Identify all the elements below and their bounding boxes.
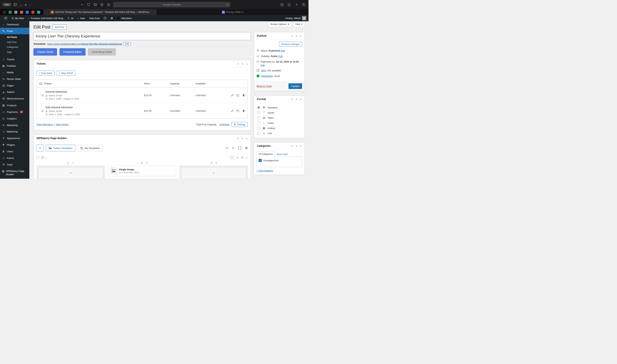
classic-mode-button[interactable]: Classic Mode — [33, 48, 57, 56]
undo-icon[interactable]: ↺ — [225, 146, 228, 150]
new-content-menu[interactable]: +New — [76, 15, 87, 21]
sidebar-item-tools[interactable]: ⚒Tools — [0, 161, 29, 168]
drag-handle-icon[interactable] — [39, 94, 46, 96]
move-down-icon[interactable]: ∨ — [242, 137, 244, 140]
category-item-uncategorized[interactable]: ✓ Uncategorized — [259, 159, 300, 162]
column-delete-icon[interactable]: ✕ — [72, 162, 74, 164]
move-down-icon[interactable]: ∨ — [296, 98, 298, 101]
edit-ticket-icon[interactable] — [231, 110, 234, 112]
total-capacity-value[interactable]: Unlimited — [219, 123, 229, 126]
checkbox-checked-icon[interactable]: ✓ — [259, 159, 262, 162]
delete-ticket-icon[interactable] — [242, 110, 245, 112]
delete-ticket-icon[interactable] — [242, 94, 245, 97]
window-controls[interactable] — [2, 3, 11, 6]
add-element-placeholder[interactable]: + — [38, 167, 103, 179]
row-toggle-icon[interactable]: ▾ — [230, 156, 234, 159]
wp-logo[interactable]: W — [2, 15, 9, 21]
radio[interactable] — [257, 127, 260, 130]
sidebar-item-appearance[interactable]: ✦Appearance — [0, 135, 29, 142]
shield-extension-icon[interactable] — [87, 2, 91, 7]
column-edit-icon[interactable] — [141, 162, 143, 164]
radio[interactable] — [257, 121, 260, 124]
add-element-placeholder[interactable]: + — [181, 167, 246, 179]
sidebar-item-users[interactable]: ♟Users — [0, 148, 29, 155]
sidebar-item-future[interactable]: ◇Future — [0, 155, 29, 161]
format-option-video[interactable]: Video — [257, 115, 302, 120]
background-tab[interactable]: G Pricing | Glitter AI — [222, 11, 243, 14]
radio-selected[interactable] — [257, 106, 260, 109]
format-option-audio[interactable]: ♪ Audio — [257, 120, 302, 126]
back-button[interactable]: ‹ — [25, 2, 26, 7]
move-down-icon[interactable]: ∨ — [296, 144, 298, 147]
gutenberg-editor-button[interactable]: Gutenberg Editor — [88, 48, 116, 56]
fullscreen-icon[interactable] — [238, 147, 241, 150]
pinned-tab-5[interactable] — [26, 11, 29, 14]
drag-handle-icon[interactable] — [39, 110, 46, 112]
preview-changes-button[interactable]: Preview Changes — [279, 42, 302, 47]
radio[interactable] — [257, 116, 260, 119]
format-option-gallery[interactable]: ▦ Gallery — [257, 126, 302, 131]
row-delete-icon[interactable]: ✕ — [246, 156, 248, 159]
new-rsvp-button[interactable]: +New RSVP — [57, 71, 76, 76]
sidebar-item-marketing[interactable]: ➤Marketing — [0, 122, 29, 129]
move-to-trash-link[interactable]: Move to Trash — [257, 85, 272, 88]
gear-icon[interactable]: ⚙ — [245, 146, 248, 150]
sidebar-item-salient[interactable]: ▲Salient — [0, 89, 29, 95]
move-up-icon[interactable]: ∧ — [291, 144, 293, 147]
permalink-edit-button[interactable]: Edit — [123, 42, 131, 46]
updates-menu[interactable]: ↻16 — [66, 15, 75, 21]
submenu-all-posts[interactable]: All Posts — [0, 35, 29, 40]
view-attendees-link[interactable]: View Attendees — [37, 123, 53, 126]
column-edit-icon[interactable] — [210, 162, 213, 164]
radio[interactable] — [257, 132, 260, 135]
move-up-icon[interactable]: ∧ — [237, 137, 239, 140]
forward-button[interactable]: › — [29, 2, 31, 7]
column-delete-icon[interactable]: ✕ — [215, 162, 217, 164]
duplicate-ticket-icon[interactable] — [236, 110, 239, 112]
add-element-button[interactable]: + — [37, 144, 43, 152]
move-down-icon[interactable]: ∨ — [242, 62, 244, 65]
format-option-quote[interactable]: “ Quote — [257, 110, 302, 115]
sidebar-toggle-icon[interactable] — [13, 3, 17, 6]
pinned-tab-3[interactable] — [14, 11, 17, 14]
permalink-url[interactable]: https://shop.paradisegrillde.com/kenny-l… — [47, 43, 122, 45]
redo-icon[interactable]: ↻ — [232, 146, 235, 150]
row-add-icon[interactable]: + — [46, 156, 48, 159]
move-up-icon[interactable]: ∧ — [291, 35, 293, 37]
screen-options-button[interactable]: Screen Options▾ — [268, 21, 291, 27]
sidebar-item-payments[interactable]: ▭Payments1 — [0, 109, 29, 115]
extension-icon-1[interactable]: ✦ — [80, 2, 84, 7]
row-layout-icon[interactable] — [41, 156, 44, 159]
active-tab[interactable]: W Edit Post "Kenny Live! The Chesney Exp… — [43, 9, 157, 15]
format-option-link[interactable]: ∞ Link — [257, 131, 302, 136]
sidebar-item-products[interactable]: ▦Products — [0, 102, 29, 109]
share-icon[interactable] — [287, 2, 291, 7]
pinned-tab-7[interactable] — [37, 11, 40, 14]
submenu-categories[interactable]: Categories — [0, 45, 29, 50]
sidebar-item-wpbakery[interactable]: ▩WPBakery Page Builder — [0, 168, 29, 178]
user-avatar[interactable]: ☻ — [302, 16, 306, 20]
salient-templates-button[interactable]: Salient Templates — [46, 145, 75, 151]
edit-published-link[interactable]: Edit — [261, 64, 265, 67]
collapse-toggle-icon[interactable]: ▲ — [300, 145, 302, 147]
sidebar-item-pages[interactable]: ▤Pages — [0, 82, 29, 89]
sidebar-item-mailchimp[interactable]: ☺Mailchimp — [0, 129, 29, 135]
address-bar[interactable]: Reader Available ⟳ — [113, 2, 231, 7]
frontend-editor-button[interactable]: Frontend Editor — [59, 48, 86, 56]
yoast-menu[interactable]: Y — [102, 15, 108, 21]
downloads-icon[interactable] — [280, 2, 284, 7]
sidebar-item-dashboard[interactable]: ⌂Dashboard — [0, 21, 29, 28]
sidebar-item-nectar-slider[interactable]: ⇆Nectar Slider — [0, 76, 29, 82]
pinned-tab-1[interactable] — [3, 11, 6, 14]
tab-most-used[interactable]: Most Used — [275, 152, 289, 157]
edit-status-link[interactable]: Edit — [281, 49, 285, 52]
my-sites-menu[interactable]: ⊞My Sites — [10, 15, 26, 21]
reload-icon[interactable]: ⟳ — [226, 3, 229, 6]
move-down-icon[interactable]: ∨ — [296, 35, 298, 37]
new-tab-button[interactable]: + — [295, 2, 299, 7]
edit-ticket-icon[interactable] — [231, 94, 234, 97]
pinned-tab-4[interactable] — [20, 11, 23, 14]
submenu-tags[interactable]: Tags — [0, 50, 29, 54]
move-up-icon[interactable]: ∧ — [291, 98, 293, 101]
howdy-text[interactable]: Howdy, 48half — [286, 17, 301, 20]
